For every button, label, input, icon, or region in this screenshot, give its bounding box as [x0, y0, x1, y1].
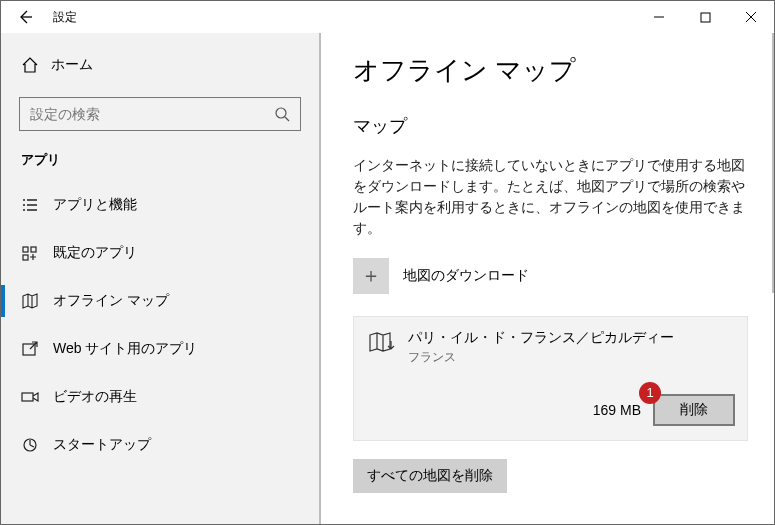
close-button[interactable]: [728, 1, 774, 33]
content: ホーム アプリ アプリと機能: [1, 33, 774, 524]
scrollbar[interactable]: [772, 33, 774, 293]
section-heading-map: マップ: [353, 114, 748, 138]
sidebar-item-default-apps[interactable]: 既定のアプリ: [1, 229, 319, 277]
minimize-button[interactable]: [636, 1, 682, 33]
sidebar-item-label: Web サイト用のアプリ: [41, 340, 197, 358]
plus-icon: ＋: [353, 258, 389, 294]
delete-button-label: 削除: [680, 401, 708, 419]
sidebar-item-label: 既定のアプリ: [41, 244, 137, 262]
sidebar-item-startup[interactable]: スタートアップ: [1, 421, 319, 469]
annotation-badge: 1: [639, 382, 661, 404]
defaults-icon: [19, 244, 41, 262]
svg-rect-4: [23, 255, 28, 260]
sidebar-nav: アプリと機能 既定のアプリ オフライン マップ: [1, 181, 319, 469]
window-title: 設定: [49, 9, 77, 26]
sidebar-item-apps-features[interactable]: アプリと機能: [1, 181, 319, 229]
delete-all-button[interactable]: すべての地図を削除: [353, 459, 507, 493]
map-card-title: パリ・イル・ド・フランス／ピカルディー: [408, 329, 674, 347]
map-card-subtitle: フランス: [408, 349, 674, 366]
titlebar: 設定: [1, 1, 774, 33]
delete-all-label: すべての地図を削除: [367, 467, 493, 485]
svg-rect-0: [701, 13, 710, 22]
sidebar-item-label: ビデオの再生: [41, 388, 137, 406]
close-icon: [745, 11, 757, 23]
maximize-icon: [700, 12, 711, 23]
sidebar-item-label: オフライン マップ: [41, 292, 169, 310]
svg-rect-6: [22, 393, 33, 401]
search-field[interactable]: [30, 106, 274, 122]
delete-button[interactable]: 1 削除: [653, 394, 735, 426]
main-panel: オフライン マップ マップ インターネットに接続していないときにアプリで使用する…: [321, 33, 774, 524]
sidebar-item-label: スタートアップ: [41, 436, 151, 454]
page-heading: オフライン マップ: [353, 53, 748, 88]
sidebar-group-label: アプリ: [1, 145, 319, 181]
map-icon: [19, 292, 41, 310]
sidebar-home-label: ホーム: [41, 56, 93, 74]
open-external-icon: [19, 340, 41, 358]
list-icon: [19, 196, 41, 214]
svg-rect-3: [31, 247, 36, 252]
settings-window: 設定 ホーム: [0, 0, 775, 525]
description-text: インターネットに接続していないときにアプリで使用する地図をダウンロードします。た…: [353, 156, 748, 240]
map-card[interactable]: パリ・イル・ド・フランス／ピカルディー フランス 169 MB 1 削除: [353, 316, 748, 441]
download-maps-button[interactable]: ＋ 地図のダウンロード: [353, 254, 748, 298]
video-icon: [19, 388, 41, 406]
sidebar-item-offline-maps[interactable]: オフライン マップ: [1, 277, 319, 325]
home-icon: [19, 56, 41, 74]
arrow-left-icon: [17, 9, 33, 25]
search-icon: [274, 106, 290, 122]
sidebar: ホーム アプリ アプリと機能: [1, 33, 321, 524]
sidebar-item-video-playback[interactable]: ビデオの再生: [1, 373, 319, 421]
search-input[interactable]: [19, 97, 301, 131]
sidebar-home[interactable]: ホーム: [1, 43, 319, 87]
map-card-size: 169 MB: [593, 402, 641, 418]
svg-rect-2: [23, 247, 28, 252]
download-maps-label: 地図のダウンロード: [389, 267, 529, 285]
window-controls: [636, 1, 774, 33]
maximize-button[interactable]: [682, 1, 728, 33]
startup-icon: [19, 436, 41, 454]
sidebar-item-label: アプリと機能: [41, 196, 137, 214]
svg-point-1: [276, 108, 286, 118]
back-button[interactable]: [1, 1, 49, 33]
map-download-icon: [366, 329, 398, 355]
minimize-icon: [653, 11, 665, 23]
sidebar-item-websites-apps[interactable]: Web サイト用のアプリ: [1, 325, 319, 373]
